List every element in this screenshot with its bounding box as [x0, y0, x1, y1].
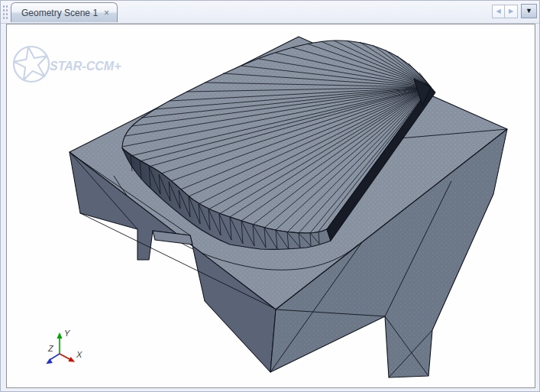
tab-label: Geometry Scene 1	[21, 8, 98, 18]
tab-geometry-scene-1[interactable]: Geometry Scene 1 ×	[11, 2, 118, 22]
x-axis-line	[60, 354, 71, 360]
x-axis-arrow-icon	[68, 357, 76, 364]
axis-triad: Y X Z	[44, 329, 82, 366]
tab-close-icon[interactable]: ×	[103, 8, 110, 18]
left-arrow-icon: ◀	[496, 8, 500, 15]
scroll-tabs-right-button[interactable]: ▶	[505, 5, 518, 18]
right-arrow-icon: ▶	[509, 8, 513, 15]
star-ccm-watermark: STAR-CCM+	[14, 47, 121, 82]
y-axis-label: Y	[64, 329, 70, 338]
z-axis-label: Z	[47, 344, 54, 353]
drag-grip[interactable]	[2, 5, 8, 20]
tab-bar: Geometry Scene 1 × ◀ ▶ ▼	[1, 1, 539, 24]
z-axis-arrow-icon	[44, 358, 53, 366]
z-axis-line	[50, 354, 60, 360]
y-axis-arrow-icon	[57, 332, 63, 339]
watermark-label: STAR-CCM+	[50, 60, 121, 73]
tab-list-dropdown-button[interactable]: ▼	[521, 4, 537, 18]
x-axis-label: X	[76, 350, 82, 359]
3d-viewport[interactable]: STAR-CCM+	[6, 24, 535, 388]
down-triangle-icon: ▼	[525, 7, 532, 15]
scroll-tabs-left-button[interactable]: ◀	[492, 5, 505, 18]
geometry-scene-window: Geometry Scene 1 × ◀ ▶ ▼	[0, 0, 540, 392]
tab-scroll-controls: ◀ ▶ ▼	[492, 4, 537, 18]
geometry-scene-graphics: STAR-CCM+	[7, 24, 535, 387]
